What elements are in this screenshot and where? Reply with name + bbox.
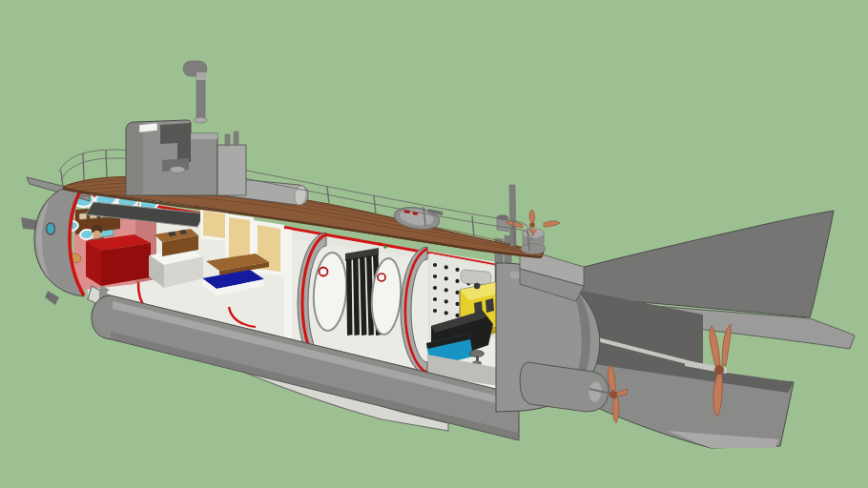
green-indicator-light: [383, 245, 387, 249]
captain-berth: [86, 234, 151, 286]
periscope-collar: [194, 117, 207, 123]
cabinet-door: [203, 211, 225, 238]
submarine-cutaway-render: [0, 0, 868, 488]
impeller-hub: [529, 222, 535, 228]
engine-port: [474, 283, 480, 289]
stern-mast-pipe: [509, 185, 516, 246]
periscope-tube: [196, 74, 205, 121]
tower-aft-block: [217, 145, 246, 195]
propeller-hub: [610, 391, 617, 398]
tower-hatch-collar: [170, 167, 185, 173]
red-indicator-light: [378, 242, 382, 246]
tower-front-facet: [126, 122, 143, 195]
stool-top: [470, 351, 485, 357]
propeller-hub: [714, 365, 724, 375]
muffler: [461, 270, 491, 285]
snorkel-joint: [196, 72, 206, 80]
capstan-base: [521, 244, 546, 254]
viewport: [0, 0, 868, 488]
bow-porthole: [47, 223, 55, 234]
tower-step: [191, 133, 217, 139]
tower-top-instrument: [139, 123, 157, 132]
figure-face: [93, 231, 100, 238]
